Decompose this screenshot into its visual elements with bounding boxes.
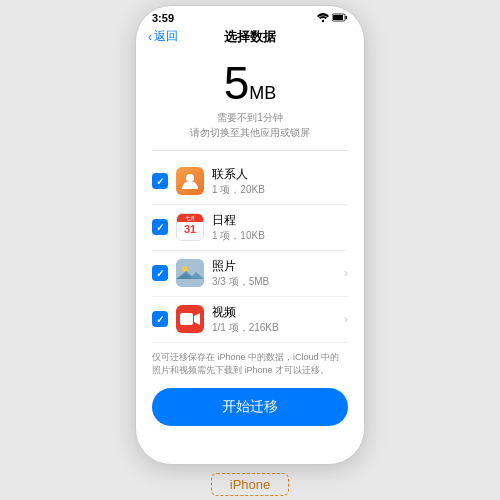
item-subtitle-contacts: 1 项，20KB <box>212 183 348 197</box>
data-item-videos[interactable]: ✓ 视频1/1 项，216KB› <box>152 297 348 343</box>
svg-rect-2 <box>346 16 348 19</box>
nav-title: 选择数据 <box>224 28 276 46</box>
checkmark-icon: ✓ <box>156 268 164 279</box>
wifi-icon <box>317 13 329 22</box>
start-migration-button[interactable]: 开始迁移 <box>152 388 348 426</box>
phone-label: iPhone <box>230 477 270 492</box>
item-icon-contacts <box>176 167 204 195</box>
svg-point-6 <box>182 266 188 272</box>
status-icons <box>317 13 348 22</box>
data-item-schedule[interactable]: ✓ 七月 31 日程1 项，10KB <box>152 205 348 251</box>
chevron-left-icon: ‹ <box>148 30 152 44</box>
checkbox-contacts[interactable]: ✓ <box>152 173 168 189</box>
chevron-right-icon: › <box>344 312 348 326</box>
phone-frame: 3:59 ‹ 返回 选择数据 <box>135 5 365 465</box>
size-desc-line2: 请勿切换至其他应用或锁屏 <box>152 125 348 140</box>
back-button[interactable]: ‹ 返回 <box>148 28 178 45</box>
checkmark-icon: ✓ <box>156 222 164 233</box>
item-title-contacts: 联系人 <box>212 166 348 183</box>
item-title-videos: 视频 <box>212 304 344 321</box>
calendar-day-label: 31 <box>184 222 196 237</box>
data-items-list: ✓联系人1 项，20KB✓ 七月 31 日程1 项，10KB✓ 照片3/3 项，… <box>152 159 348 343</box>
item-text-contacts: 联系人1 项，20KB <box>212 166 348 197</box>
item-subtitle-photos: 3/3 项，5MB <box>212 275 344 289</box>
back-label: 返回 <box>154 28 178 45</box>
checkmark-icon: ✓ <box>156 314 164 325</box>
person-icon <box>180 171 200 191</box>
svg-rect-5 <box>176 259 204 287</box>
item-icon-schedule: 七月 31 <box>176 213 204 241</box>
size-desc-line1: 需要不到1分钟 <box>152 110 348 125</box>
item-title-photos: 照片 <box>212 258 344 275</box>
phone-label-area: iPhone <box>211 473 289 496</box>
size-unit: MB <box>249 83 276 103</box>
svg-point-4 <box>186 174 194 182</box>
status-time: 3:59 <box>152 12 174 24</box>
calendar-month-label: 七月 <box>177 214 203 222</box>
size-section: 5MB 需要不到1分钟 请勿切换至其他应用或锁屏 <box>152 60 348 140</box>
main-content: 5MB 需要不到1分钟 请勿切换至其他应用或锁屏 ✓联系人1 项，20KB✓ 七… <box>136 52 364 444</box>
size-description: 需要不到1分钟 请勿切换至其他应用或锁屏 <box>152 110 348 140</box>
item-icon-videos <box>176 305 204 333</box>
photo-landscape-icon <box>176 259 204 287</box>
size-number: 5 <box>224 57 250 109</box>
chevron-right-icon: › <box>344 266 348 280</box>
phone-label-box: iPhone <box>211 473 289 496</box>
item-text-videos: 视频1/1 项，216KB <box>212 304 344 335</box>
size-display: 5MB <box>152 60 348 106</box>
data-item-contacts[interactable]: ✓联系人1 项，20KB <box>152 159 348 205</box>
checkmark-icon: ✓ <box>156 176 164 187</box>
svg-rect-9 <box>180 313 193 325</box>
item-subtitle-videos: 1/1 项，216KB <box>212 321 344 335</box>
divider <box>152 150 348 151</box>
item-subtitle-schedule: 1 项，10KB <box>212 229 348 243</box>
svg-marker-10 <box>194 313 200 325</box>
checkbox-photos[interactable]: ✓ <box>152 265 168 281</box>
migration-note: 仅可迁移保存在 iPhone 中的数据，iCloud 中的照片和视频需先下载到 … <box>152 351 348 378</box>
data-item-photos[interactable]: ✓ 照片3/3 项，5MB› <box>152 251 348 297</box>
svg-point-0 <box>322 20 324 22</box>
video-camera-icon <box>180 311 200 327</box>
item-text-schedule: 日程1 项，10KB <box>212 212 348 243</box>
item-icon-photos <box>176 259 204 287</box>
status-bar: 3:59 <box>136 6 364 26</box>
nav-bar: ‹ 返回 选择数据 <box>136 26 364 52</box>
item-text-photos: 照片3/3 项，5MB <box>212 258 344 289</box>
checkbox-schedule[interactable]: ✓ <box>152 219 168 235</box>
battery-icon <box>332 13 348 22</box>
svg-rect-3 <box>333 15 343 20</box>
item-title-schedule: 日程 <box>212 212 348 229</box>
checkbox-videos[interactable]: ✓ <box>152 311 168 327</box>
